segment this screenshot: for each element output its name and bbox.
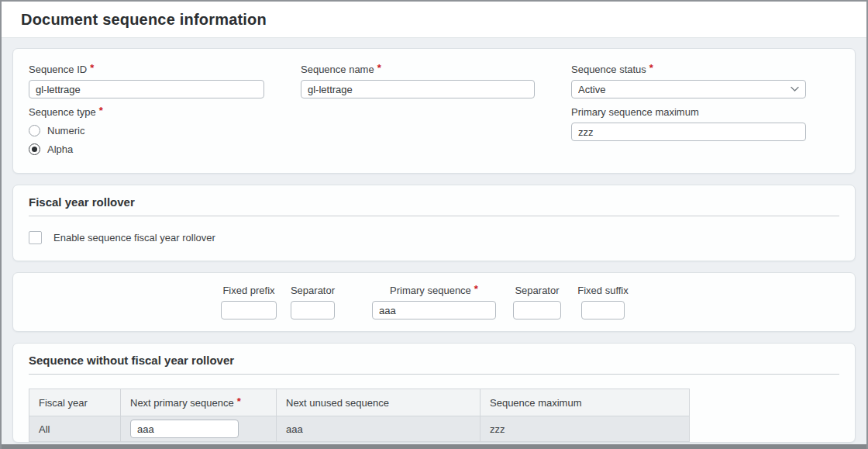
- grid-spacer: [301, 106, 535, 157]
- alpha-radio-label[interactable]: Alpha: [47, 143, 73, 155]
- fiscal-year-rollover-title: Fiscal year rollover: [29, 195, 839, 216]
- next-primary-sequence-input[interactable]: [130, 420, 239, 438]
- fixed-prefix-input[interactable]: [221, 301, 277, 319]
- sequence-type-label: Sequence type*: [29, 106, 264, 118]
- general-info-section: Sequence ID* Sequence name* Sequence sta…: [12, 48, 856, 174]
- sequence-type-field: Sequence type* Numeric Alpha: [29, 106, 264, 157]
- enable-rollover-checkbox[interactable]: [29, 231, 42, 244]
- primary-sequence-maximum-input[interactable]: [571, 123, 806, 141]
- sequence-table-header-row: Fiscal year Next primary sequence* Next …: [29, 389, 690, 416]
- required-marker: *: [649, 62, 653, 74]
- separator-1-field: Separator: [291, 285, 335, 319]
- fiscal-year-rollover-section: Fiscal year rollover Enable sequence fis…: [12, 185, 856, 261]
- radio-option-numeric[interactable]: Numeric: [29, 123, 264, 139]
- sequence-name-label: Sequence name*: [301, 64, 535, 75]
- numeric-radio[interactable]: [29, 125, 40, 136]
- col-sequence-maximum: Sequence maximum: [480, 389, 690, 416]
- enable-rollover-label[interactable]: Enable sequence fiscal year rollover: [53, 232, 215, 243]
- separator-1-input[interactable]: [291, 301, 335, 319]
- sequence-status-field: Sequence status* Active: [571, 64, 806, 98]
- col-next-unused-sequence: Next unused sequence: [277, 389, 480, 416]
- required-marker: *: [377, 62, 381, 74]
- fiscal-year-cell: All: [29, 416, 121, 442]
- primary-sequence-label: Primary sequence*: [390, 285, 478, 296]
- primary-sequence-input[interactable]: [372, 301, 496, 319]
- sequence-id-input[interactable]: [29, 80, 264, 98]
- general-fields-grid: Sequence ID* Sequence name* Sequence sta…: [29, 64, 839, 157]
- primary-sequence-field: Primary sequence*: [372, 285, 496, 319]
- required-marker: *: [90, 62, 94, 74]
- sequence-name-field: Sequence name*: [301, 64, 535, 98]
- required-marker: *: [237, 395, 241, 407]
- fixed-suffix-input[interactable]: [581, 301, 625, 319]
- page-header: Document sequence information: [2, 2, 866, 38]
- page-content: Sequence ID* Sequence name* Sequence sta…: [2, 38, 866, 444]
- fixed-suffix-field: Fixed suffix: [581, 285, 625, 319]
- page-title: Document sequence information: [21, 11, 267, 29]
- col-fiscal-year: Fiscal year: [29, 389, 121, 416]
- next-unused-sequence-cell: aaa: [277, 416, 480, 442]
- document-sequence-window: Document sequence information Sequence I…: [0, 0, 868, 449]
- separator-2-input[interactable]: [513, 301, 561, 319]
- sequence-format-section: Fixed prefix Separator Primary sequence*…: [12, 272, 856, 332]
- sequence-status-select[interactable]: Active: [571, 80, 806, 98]
- fixed-prefix-field: Fixed prefix: [221, 285, 277, 319]
- required-marker: *: [99, 105, 103, 116]
- enable-rollover-row[interactable]: Enable sequence fiscal year rollover: [29, 231, 839, 244]
- next-primary-sequence-cell: [121, 416, 277, 442]
- sequence-without-rollover-title: Sequence without fiscal year rollover: [29, 354, 839, 375]
- sequence-id-label: Sequence ID*: [29, 64, 264, 75]
- fixed-prefix-label: Fixed prefix: [222, 285, 274, 296]
- fixed-suffix-label: Fixed suffix: [577, 285, 629, 296]
- alpha-radio[interactable]: [29, 143, 40, 155]
- primary-sequence-maximum-label: Primary sequence maximum: [571, 106, 806, 118]
- sequence-status-select-wrap: Active: [571, 80, 806, 98]
- sequence-name-input[interactable]: [301, 80, 535, 98]
- separator-2-field: Separator: [513, 285, 561, 319]
- separator-2-label: Separator: [515, 285, 559, 296]
- sequence-maximum-cell: zzz: [480, 416, 690, 442]
- separator-1-label: Separator: [291, 285, 335, 296]
- required-marker: *: [474, 283, 478, 295]
- table-row: All aaa zzz: [29, 416, 690, 442]
- sequence-status-label: Sequence status*: [571, 64, 806, 75]
- col-next-primary-sequence: Next primary sequence*: [121, 389, 277, 416]
- primary-sequence-maximum-field: Primary sequence maximum: [571, 106, 806, 157]
- radio-option-alpha[interactable]: Alpha: [29, 141, 264, 157]
- numeric-radio-label[interactable]: Numeric: [47, 125, 84, 136]
- sequence-id-field: Sequence ID*: [29, 64, 264, 98]
- window-bottom-edge: [2, 444, 866, 449]
- sequence-without-rollover-section: Sequence without fiscal year rollover Fi…: [12, 343, 856, 443]
- sequence-table: Fiscal year Next primary sequence* Next …: [29, 389, 690, 442]
